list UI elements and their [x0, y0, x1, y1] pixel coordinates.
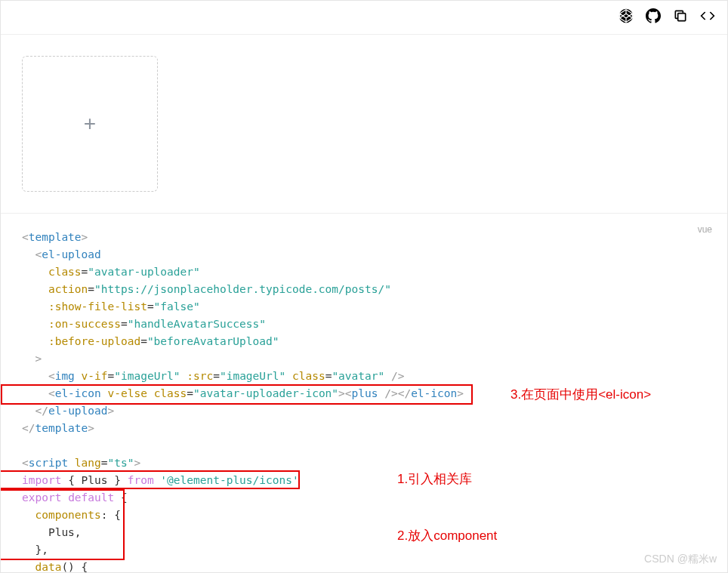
svg-rect-1: [678, 14, 686, 21]
toolbar: [1, 1, 727, 35]
annotation-2: 2.放入component: [397, 527, 497, 544]
github-icon[interactable]: [646, 8, 661, 26]
watermark: CSDN @糯米w: [644, 553, 717, 566]
plus-icon: +: [84, 112, 96, 136]
code-icon[interactable]: [700, 8, 715, 26]
avatar-uploader[interactable]: +: [22, 56, 158, 192]
preview-area: +: [1, 35, 727, 214]
codepen-icon[interactable]: [618, 8, 634, 26]
copy-icon[interactable]: [673, 8, 688, 26]
annotation-1: 1.引入相关库: [397, 470, 472, 488]
language-label: vue: [698, 221, 712, 239]
code-block: vue <template> <el-upload class="avatar-…: [1, 214, 727, 573]
annotation-3: 3.在页面中使用<el-icon>: [511, 386, 651, 403]
